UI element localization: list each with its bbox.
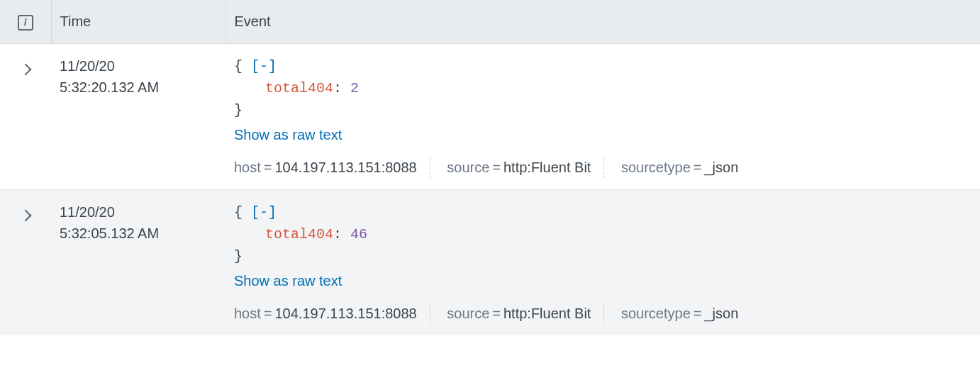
expand-chevron-icon[interactable] xyxy=(20,210,32,222)
expand-chevron-icon[interactable] xyxy=(20,64,32,76)
show-raw-text-link[interactable]: Show as raw text xyxy=(234,124,342,145)
timestamp-date: 11/20/20 xyxy=(60,55,217,77)
timestamp[interactable]: 11/20/20 5:32:05.132 AM xyxy=(51,190,225,336)
timestamp-date: 11/20/20 xyxy=(60,201,217,223)
show-raw-text-link[interactable]: Show as raw text xyxy=(234,270,342,291)
timestamp-time: 5:32:20.132 AM xyxy=(60,77,217,98)
meta-source[interactable]: source=http:Fluent Bit xyxy=(434,157,604,178)
header-event[interactable]: Event xyxy=(225,0,980,44)
json-key[interactable]: total404 xyxy=(265,226,333,242)
meta-sourcetype[interactable]: sourcetype=_json xyxy=(608,157,751,178)
timestamp[interactable]: 11/20/20 5:32:20.132 AM xyxy=(51,44,225,190)
info-icon[interactable]: i xyxy=(18,15,33,30)
events-table: i Time Event 11/20/20 5:32:20.132 AM { [… xyxy=(0,0,980,335)
table-row: 11/20/20 5:32:20.132 AM { [-] total404: … xyxy=(0,44,980,190)
timestamp-time: 5:32:05.132 AM xyxy=(60,223,217,244)
json-value[interactable]: 46 xyxy=(350,226,367,242)
meta-source[interactable]: source=http:Fluent Bit xyxy=(434,303,604,324)
meta-sourcetype[interactable]: sourcetype=_json xyxy=(608,303,751,324)
meta-host[interactable]: host=104.197.113.151:8088 xyxy=(234,157,430,178)
header-info: i xyxy=(0,0,51,44)
json-collapse-toggle[interactable]: [-] xyxy=(251,204,277,220)
header-time[interactable]: Time xyxy=(51,0,225,44)
meta-host[interactable]: host=104.197.113.151:8088 xyxy=(234,303,430,324)
json-close-brace: } xyxy=(234,102,243,118)
event-json: { [-] total404: 46 } xyxy=(234,201,971,267)
json-close-brace: } xyxy=(234,248,243,264)
table-header-row: i Time Event xyxy=(0,0,980,44)
json-key[interactable]: total404 xyxy=(265,80,333,96)
json-open-brace: { xyxy=(234,58,243,74)
event-metadata: host=104.197.113.151:8088 source=http:Fl… xyxy=(234,157,971,178)
json-collapse-toggle[interactable]: [-] xyxy=(251,58,277,74)
event-json: { [-] total404: 2 } xyxy=(234,55,971,121)
json-open-brace: { xyxy=(234,204,243,220)
table-row: 11/20/20 5:32:05.132 AM { [-] total404: … xyxy=(0,190,980,336)
json-value[interactable]: 2 xyxy=(350,80,359,96)
event-metadata: host=104.197.113.151:8088 source=http:Fl… xyxy=(234,303,971,324)
